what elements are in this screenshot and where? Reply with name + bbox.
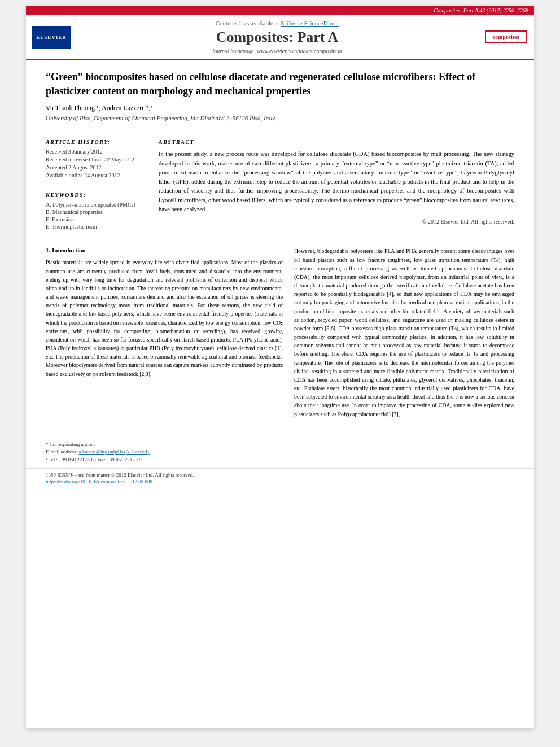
sciverse-prefix: Contents lists available at: [216, 20, 281, 27]
intro-right-para1: However, biodegradable polyesters like P…: [294, 247, 514, 418]
issn-line: 1359-835X/$ – see front matter © 2012 El…: [46, 472, 514, 478]
keywords-title: Keywords:: [46, 192, 135, 198]
left-column: 1. Introduction Plastic materials are wi…: [46, 247, 283, 421]
doi-line: http://dx.doi.org/10.1016/j.compositesa.…: [46, 479, 514, 484]
main-content: 1. Introduction Plastic materials are wi…: [26, 238, 534, 430]
page: Composites: Part A 43 (2012) 2256–2268 E…: [26, 6, 534, 728]
article-info-abstract: Article history: Received 3 January 2012…: [26, 132, 534, 238]
copyright: © 2012 Elsevier Ltd. All rights reserved…: [159, 219, 514, 225]
sciverse-link[interactable]: SciVerse ScienceDirect: [281, 20, 339, 27]
keyword-4: E. Thermoplastic resin: [46, 224, 135, 230]
available-date: Available online 24 August 2012: [46, 172, 135, 178]
abstract-title: ABSTRACT: [159, 139, 514, 145]
tel-note: ¹ Tel.: +39 050 2217807; fax: +39 050 22…: [46, 456, 514, 464]
journal-name: Composites: Part A: [77, 29, 478, 46]
composites-logo-area: composites: [483, 30, 528, 43]
keyword-2: B. Mechanical properties: [46, 209, 135, 215]
footnotes: * Corresponding author. E-mail address: …: [46, 436, 514, 464]
right-column: However, biodegradable polyesters like P…: [294, 247, 514, 421]
keywords-block: Keywords: A. Polymer–matrix composites (…: [46, 192, 135, 230]
elsevier-logo: ELSEVIER: [32, 26, 71, 49]
keyword-3: E. Extrusion: [46, 216, 135, 222]
journal-reference: Composites: Part A 43 (2012) 2256–2268: [26, 6, 534, 15]
article-title-section: “Green” biocomposites based on cellulose…: [26, 60, 534, 132]
history-title: Article history:: [46, 139, 135, 145]
received-date: Received 3 January 2012: [46, 148, 135, 155]
journal-url: journal homepage: www.elsevier.com/locat…: [77, 48, 478, 54]
journal-title-area: Contents lists available at SciVerse Sci…: [77, 20, 478, 54]
authors: Vu Thanh Phuong ¹, Andrea Lazzeri *,¹: [46, 104, 514, 112]
doi-link[interactable]: http://dx.doi.org/10.1016/j.compositesa.…: [46, 479, 152, 484]
bottom-bar: 1359-835X/$ – see front matter © 2012 El…: [26, 468, 534, 488]
intro-left-para1: Plastic materials are widely spread in e…: [46, 258, 283, 378]
accepted-date: Accepted 2 August 2012: [46, 164, 135, 171]
elsevier-text: ELSEVIER: [36, 34, 67, 40]
corresponding-note: * Corresponding author.: [46, 441, 514, 449]
email-label: E-mail address:: [46, 449, 77, 455]
abstract-text: In the present study, a new process rout…: [159, 150, 514, 214]
email-value[interactable]: a.lazzeri@ing.unipi.it (A. Lazzeri).: [78, 449, 150, 455]
journal-header: ELSEVIER Contents lists available at Sci…: [26, 15, 534, 60]
revised-date: Received in revised form 22 May 2012: [46, 156, 135, 163]
intro-heading: 1. Introduction: [46, 247, 283, 254]
composites-logo: composites: [485, 30, 527, 43]
article-info-panel: Article history: Received 3 January 2012…: [46, 139, 147, 231]
affiliation: University of Pisa, Department of Chemic…: [46, 115, 514, 121]
history-block: Article history: Received 3 January 2012…: [46, 139, 135, 185]
article-title: “Green” biocomposites based on cellulose…: [46, 70, 514, 98]
abstract-section: ABSTRACT In the present study, a new pro…: [147, 139, 514, 231]
email-note: E-mail address: a.lazzeri@ing.unipi.it (…: [46, 448, 514, 456]
keyword-1: A. Polymer–matrix composites (PMCs): [46, 202, 135, 208]
journal-ref-text: Composites: Part A 43 (2012) 2256–2268: [434, 7, 528, 14]
elsevier-logo-area: ELSEVIER: [32, 26, 71, 49]
sciverse-line: Contents lists available at SciVerse Sci…: [77, 20, 478, 27]
